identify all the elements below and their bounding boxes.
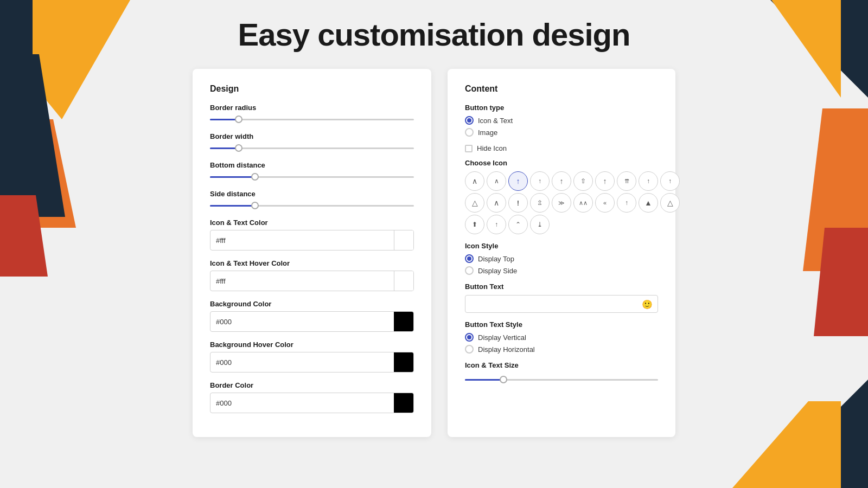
- bottom-distance-label: Bottom distance: [210, 161, 414, 169]
- bottom-distance-slider[interactable]: [210, 172, 414, 181]
- icon-btn-22[interactable]: ⌃: [508, 215, 528, 234]
- border-width-slider[interactable]: [210, 144, 414, 152]
- bg-hover-color-row: [210, 352, 414, 373]
- text-style-vertical[interactable]: Display Vertical: [465, 333, 658, 342]
- side-distance-slider[interactable]: [210, 201, 414, 210]
- radio-display-top: [465, 254, 474, 263]
- icon-btn-13[interactable]: ⇫: [530, 193, 550, 213]
- hide-icon-checkbox[interactable]: [465, 145, 473, 152]
- icon-btn-17[interactable]: ↑: [617, 193, 636, 213]
- border-width-label: Border width: [210, 132, 414, 140]
- icon-btn-19[interactable]: △: [660, 193, 680, 213]
- icon-btn-6[interactable]: ↑: [595, 171, 615, 191]
- text-style-horizontal-label: Display Horizontal: [478, 345, 535, 354]
- icon-btn-12[interactable]: !: [508, 193, 528, 213]
- icon-text-hover-color-row: [210, 271, 414, 291]
- button-text-style-section: Button Text Style Display Vertical Displ…: [465, 320, 658, 354]
- button-text-label: Button Text: [465, 282, 658, 291]
- button-type-section: Button type Icon & Text Image: [465, 104, 658, 137]
- icon-btn-16[interactable]: «: [595, 193, 615, 213]
- icon-btn-10[interactable]: △: [465, 193, 484, 213]
- icon-btn-9[interactable]: ↑: [660, 171, 680, 191]
- icon-btn-2[interactable]: ↑: [508, 171, 528, 191]
- icon-text-size-section: Icon & Text Size: [465, 361, 658, 382]
- border-color-input[interactable]: [210, 395, 394, 412]
- icon-btn-21[interactable]: ↑: [487, 215, 506, 234]
- hide-icon-label: Hide Icon: [477, 144, 507, 152]
- text-style-vertical-label: Display Vertical: [478, 333, 526, 342]
- border-color-row: [210, 393, 414, 413]
- text-style-horizontal[interactable]: Display Horizontal: [465, 345, 658, 354]
- icon-text-hover-color-label: Icon & Text Hover Color: [210, 259, 414, 267]
- icon-btn-14[interactable]: ≫: [552, 193, 571, 213]
- hide-icon-option[interactable]: Hide Icon: [465, 144, 658, 152]
- border-radius-section: Border radius: [210, 104, 414, 124]
- icon-btn-4[interactable]: ↑: [552, 171, 571, 191]
- choose-icon-section: Choose Icon ∧ ∧ ↑ ↑ ↑ ⇧ ↑ ⇈ ↑ ↑ △ ∧ !: [465, 159, 658, 234]
- icon-style-side[interactable]: Display Side: [465, 266, 658, 275]
- icon-btn-8[interactable]: ↑: [639, 171, 658, 191]
- button-type-icon-text[interactable]: Icon & Text: [465, 116, 658, 125]
- icon-style-top[interactable]: Display Top: [465, 254, 658, 263]
- content-panel: Content Button type Icon & Text Image Hi…: [448, 69, 675, 437]
- icon-btn-5[interactable]: ⇧: [573, 171, 593, 191]
- icon-btn-15[interactable]: ∧∧: [573, 193, 593, 213]
- bottom-distance-section: Bottom distance: [210, 161, 414, 181]
- button-text-section: Button Text 🙂: [465, 282, 658, 313]
- side-distance-label: Side distance: [210, 190, 414, 198]
- icon-style-top-label: Display Top: [478, 255, 514, 263]
- bg-color-label: Background Color: [210, 300, 414, 308]
- icon-text-color-input[interactable]: [210, 232, 394, 249]
- bg-hover-color-input[interactable]: [210, 354, 394, 371]
- icon-text-hover-color-section: Icon & Text Hover Color: [210, 259, 414, 291]
- icon-text-hover-color-swatch[interactable]: [394, 271, 413, 291]
- bg-color-row: [210, 311, 414, 332]
- icon-btn-20[interactable]: ⬆: [465, 215, 484, 234]
- border-color-section: Border Color: [210, 381, 414, 413]
- border-radius-slider[interactable]: [210, 115, 414, 124]
- icon-text-size-label: Icon & Text Size: [465, 361, 658, 369]
- button-type-icon-text-label: Icon & Text: [478, 117, 513, 125]
- radio-image: [465, 128, 474, 137]
- border-color-swatch[interactable]: [394, 393, 413, 413]
- bg-hover-color-swatch[interactable]: [394, 352, 413, 372]
- content-panel-title: Content: [465, 84, 658, 94]
- button-type-image[interactable]: Image: [465, 128, 658, 137]
- bg-hover-color-section: Background Hover Color: [210, 341, 414, 373]
- icon-btn-1[interactable]: ∧: [487, 171, 506, 191]
- icon-btn-23[interactable]: ⤓: [530, 215, 550, 234]
- icon-style-side-label: Display Side: [478, 267, 517, 275]
- icon-text-hover-color-input[interactable]: [210, 273, 394, 290]
- button-text-input[interactable]: [465, 295, 658, 313]
- bg-color-section: Background Color: [210, 300, 414, 332]
- icon-btn-7[interactable]: ⇈: [617, 171, 636, 191]
- border-width-section: Border width: [210, 132, 414, 152]
- panels-container: Design Border radius Border width: [0, 69, 868, 437]
- radio-display-horizontal: [465, 345, 474, 354]
- icon-text-color-label: Icon & Text Color: [210, 219, 414, 227]
- icon-btn-0[interactable]: ∧: [465, 171, 484, 191]
- icon-btn-3[interactable]: ↑: [530, 171, 550, 191]
- icon-style-label: Icon Style: [465, 242, 658, 250]
- choose-icon-label: Choose Icon: [465, 159, 658, 167]
- icon-text-color-swatch[interactable]: [394, 230, 413, 250]
- icon-text-color-section: Icon & Text Color: [210, 219, 414, 251]
- emoji-icon: 🙂: [642, 299, 653, 309]
- icon-text-color-row: [210, 230, 414, 251]
- button-text-style-label: Button Text Style: [465, 320, 658, 329]
- side-distance-section: Side distance: [210, 190, 414, 210]
- bg-color-swatch[interactable]: [394, 312, 413, 331]
- bg-hover-color-label: Background Hover Color: [210, 341, 414, 349]
- design-panel: Design Border radius Border width: [193, 69, 431, 437]
- button-text-input-wrap: 🙂: [465, 295, 658, 313]
- icon-grid: ∧ ∧ ↑ ↑ ↑ ⇧ ↑ ⇈ ↑ ↑ △ ∧ ! ⇫ ≫ ∧∧: [465, 171, 658, 234]
- page-title: Easy customisation design: [238, 16, 630, 53]
- icon-text-size-slider[interactable]: [465, 379, 658, 381]
- radio-display-side: [465, 266, 474, 275]
- icon-style-section: Icon Style Display Top Display Side: [465, 242, 658, 275]
- icon-btn-11[interactable]: ∧: [487, 193, 506, 213]
- bg-color-input[interactable]: [210, 313, 394, 330]
- button-type-label: Button type: [465, 104, 658, 112]
- radio-display-vertical: [465, 333, 474, 342]
- icon-btn-18[interactable]: ▲: [639, 193, 658, 213]
